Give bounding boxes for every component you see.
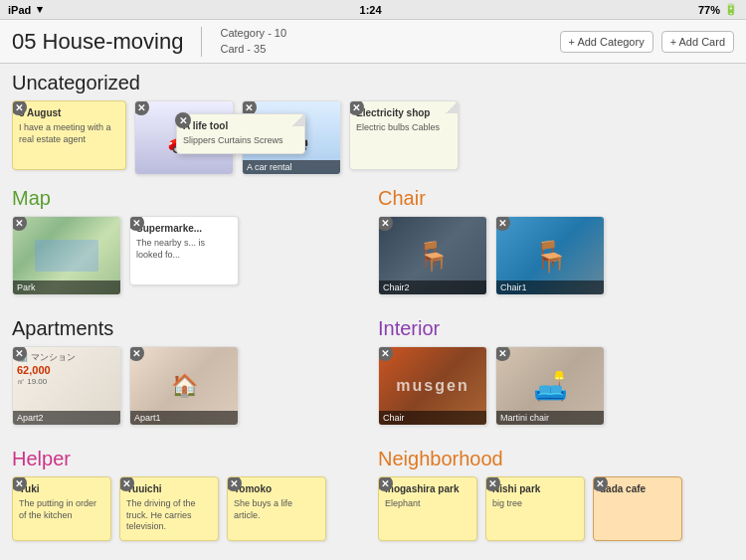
- header-meta: Category - 10 Card - 35: [220, 26, 286, 57]
- battery-level: 77%: [698, 4, 720, 16]
- nishi-body: big tree: [492, 498, 578, 510]
- card-supermarket[interactable]: Supermarke... The nearby s... is looked …: [129, 216, 239, 285]
- device-name: iPad: [8, 4, 31, 16]
- section-chair: Chair 🪑 Chair2 🪑 Chair1: [378, 187, 734, 295]
- nishi-title: Nishi park: [492, 483, 578, 494]
- section-title-chair: Chair: [378, 187, 734, 210]
- section-map: Map Park Supermarke... The nearby s... i…: [12, 187, 368, 295]
- header-divider: [201, 27, 202, 57]
- map-cards: Park Supermarke... The nearby s... is lo…: [12, 216, 368, 295]
- card-inogashira[interactable]: Inogashira park Elephant: [378, 476, 477, 541]
- status-bar: iPad ▾ 1:24 77% 🔋: [0, 0, 746, 20]
- card-martini[interactable]: 🛋️ Martini chair: [495, 346, 605, 426]
- tomoko-title: Tomoko: [234, 483, 319, 494]
- page-title: 05 House-moving: [12, 29, 183, 55]
- section-title-neighborhood: Neighborhood: [378, 448, 734, 470]
- apart2-label: Apart2: [13, 411, 120, 425]
- card-apart2[interactable]: 🏢 マンション 62,000 ㎡ 19.00 Apart2: [12, 346, 121, 426]
- yuuichi-body: The driving of the truck. He carries tel…: [126, 498, 212, 533]
- sections-grid: Map Park Supermarke... The nearby s... i…: [12, 187, 734, 553]
- apartments-cards: 🏢 マンション 62,000 ㎡ 19.00 Apart2 🏠 Apart1: [12, 346, 368, 426]
- card-body-8august: I have a meeting with a real estate agen…: [19, 122, 119, 145]
- card-count: Card - 35: [220, 42, 286, 57]
- floating-card-lifetool[interactable]: A life tool Slippers Curtains Screws: [176, 113, 305, 154]
- wifi-icon: ▾: [37, 3, 43, 16]
- card-yuuichi[interactable]: Yuuichi The driving of the truck. He car…: [119, 476, 219, 541]
- section-uncategorized: Uncategorized 8 August I have a meeting …: [12, 72, 734, 175]
- section-title-helper: Helper: [12, 448, 368, 470]
- chair-cards: 🪑 Chair2 🪑 Chair1: [378, 216, 734, 295]
- card-chair1[interactable]: 🪑 Chair1: [495, 216, 605, 295]
- supermarket-title: Supermarke...: [136, 223, 232, 234]
- card-chair2[interactable]: 🪑 Chair2: [378, 216, 487, 295]
- tomoko-body: She buys a life article.: [234, 498, 319, 521]
- yuki-body: The putting in order of the kitchen: [19, 498, 104, 521]
- add-category-button[interactable]: + Add Category: [560, 31, 653, 53]
- supermarket-body: The nearby s... is looked fo...: [136, 238, 232, 261]
- card-8august[interactable]: 8 August I have a meeting with a real es…: [12, 100, 126, 170]
- status-right: 77% 🔋: [698, 3, 738, 16]
- lifetool-title: A life tool: [183, 120, 298, 131]
- card-dada[interactable]: dada cafe: [593, 476, 682, 541]
- inogashira-body: Elephant: [385, 498, 470, 510]
- category-count: Category - 10: [220, 26, 286, 41]
- card-interior-chair[interactable]: musgen Chair: [378, 346, 487, 426]
- section-helper: Helper Yuki The putting in order of the …: [12, 448, 368, 541]
- status-left: iPad ▾: [8, 3, 43, 16]
- chair2-label: Chair2: [379, 280, 486, 294]
- card-nishi[interactable]: Nishi park big tree: [485, 476, 585, 541]
- yuki-title: Yuki: [19, 483, 104, 494]
- battery-icon: 🔋: [724, 3, 738, 16]
- card-body-electricity: Electric bulbs Cables: [356, 122, 452, 134]
- add-card-button[interactable]: + Add Card: [661, 31, 734, 53]
- status-time: 1:24: [360, 4, 382, 16]
- card-map-park[interactable]: Park: [12, 216, 121, 295]
- interior-chair-label: Chair: [379, 411, 486, 425]
- section-title-apartments: Apartments: [12, 317, 368, 340]
- close-lifetool[interactable]: [175, 112, 191, 128]
- uncategorized-cards: 8 August I have a meeting with a real es…: [12, 100, 734, 175]
- chair1-label: Chair1: [496, 280, 604, 294]
- section-apartments: Apartments 🏢 マンション 62,000 ㎡ 19.00 Apart2…: [12, 317, 368, 426]
- card-title-8august: 8 August: [19, 107, 119, 118]
- card-title-electricity: Electricity shop: [356, 107, 452, 118]
- main-content: Uncategorized 8 August I have a meeting …: [0, 64, 746, 560]
- martini-label: Martini chair: [496, 411, 604, 425]
- section-neighborhood: Neighborhood Inogashira park Elephant Ni…: [378, 448, 734, 541]
- section-title-interior: Interior: [378, 317, 734, 340]
- section-title-uncategorized: Uncategorized: [12, 72, 734, 94]
- yuuichi-title: Yuuichi: [126, 483, 212, 494]
- card-electricity[interactable]: Electricity shop Electric bulbs Cables: [349, 100, 459, 170]
- section-title-map: Map: [12, 187, 368, 210]
- card-tomoko[interactable]: Tomoko She buys a life article.: [227, 476, 326, 541]
- card-apart1[interactable]: 🏠 Apart1: [129, 346, 239, 426]
- card-yuki[interactable]: Yuki The putting in order of the kitchen: [12, 476, 111, 541]
- app-header: 05 House-moving Category - 10 Card - 35 …: [0, 20, 746, 64]
- lifetool-body: Slippers Curtains Screws: [183, 135, 298, 147]
- car-rental-label: A car rental: [243, 160, 340, 174]
- header-actions: + Add Category + Add Card: [560, 31, 734, 53]
- dada-title: dada cafe: [600, 483, 675, 494]
- inogashira-title: Inogashira park: [385, 483, 470, 494]
- neighborhood-cards: Inogashira park Elephant Nishi park big …: [378, 476, 734, 541]
- section-interior: Interior musgen Chair 🛋️ Martini chair: [378, 317, 734, 426]
- helper-cards: Yuki The putting in order of the kitchen…: [12, 476, 368, 541]
- map-park-label: Park: [13, 280, 120, 294]
- interior-cards: musgen Chair 🛋️ Martini chair: [378, 346, 734, 426]
- apart1-label: Apart1: [130, 411, 238, 425]
